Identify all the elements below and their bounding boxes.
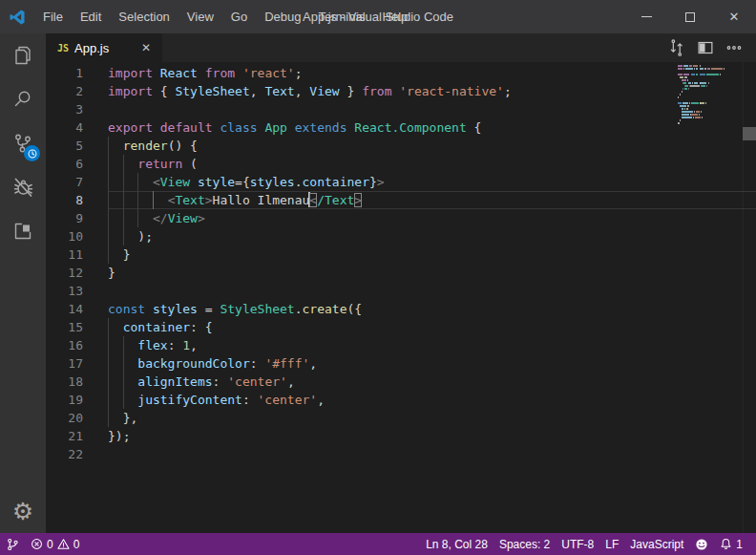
code-line-22[interactable]: 22: [46, 445, 756, 463]
minimap[interactable]: [678, 65, 741, 141]
line-number-9[interactable]: 9: [46, 209, 108, 227]
code-line-20[interactable]: 20 },: [46, 409, 756, 427]
code-line-11[interactable]: 11 }: [46, 245, 756, 264]
tab-appjs[interactable]: JS App.js ✕: [46, 33, 162, 62]
code-line-12[interactable]: 12}: [46, 264, 756, 282]
code-line-19[interactable]: 19 justifyContent: 'center',: [46, 391, 756, 409]
line-number-10[interactable]: 10: [46, 227, 108, 245]
tab-close-icon[interactable]: ✕: [137, 39, 155, 56]
code-line-17[interactable]: 17 backgroundColor: '#fff',: [46, 354, 756, 373]
cursor-position-item[interactable]: Ln 8, Col 28: [420, 533, 494, 555]
code-editor[interactable]: 1import React from 'react';2import { Sty…: [46, 62, 756, 533]
indent-guide: [108, 354, 109, 373]
minimap-line-segment: [684, 76, 687, 78]
line-number-4[interactable]: 4: [46, 118, 108, 137]
indent-guide: [123, 391, 124, 409]
errors-icon: [31, 538, 43, 550]
code-line-4[interactable]: 4export default class App extends React.…: [46, 118, 756, 137]
code-line-14[interactable]: 14const styles = StyleSheet.create({: [46, 300, 756, 318]
code-line-8[interactable]: 8 <Text>Hallo Ilmenau</Text>: [46, 191, 756, 209]
line-number-6[interactable]: 6: [46, 155, 108, 173]
code-line-15[interactable]: 15 container: {: [46, 318, 756, 336]
source-control-icon[interactable]: [0, 121, 46, 165]
code-line-3[interactable]: 3: [46, 100, 756, 118]
line-number-8[interactable]: 8: [46, 191, 108, 209]
minimap-line-segment: [685, 85, 688, 87]
feedback-smiley-icon[interactable]: [689, 533, 714, 555]
menu-go[interactable]: Go: [222, 0, 256, 33]
more-actions-icon[interactable]: [720, 33, 748, 62]
line-number-11[interactable]: 11: [46, 245, 108, 264]
encoding-item[interactable]: UTF-8: [556, 533, 599, 555]
minimap-line-segment: [678, 68, 682, 70]
code-line-18[interactable]: 18 alignItems: 'center',: [46, 373, 756, 391]
menu-view[interactable]: View: [178, 0, 222, 33]
minimap-line-segment: [693, 65, 698, 67]
minimap-line-segment: [680, 76, 683, 78]
line-number-7[interactable]: 7: [46, 173, 108, 191]
menu-file[interactable]: File: [34, 0, 72, 33]
split-editor-icon[interactable]: [691, 33, 720, 62]
line-number-12[interactable]: 12: [46, 264, 108, 282]
code-content-1: import React from 'react';: [108, 64, 756, 82]
open-changes-icon[interactable]: [662, 33, 691, 62]
menu-selection[interactable]: Selection: [110, 0, 178, 33]
line-number-1[interactable]: 1: [46, 64, 108, 82]
minimap-line-segment: [682, 108, 684, 110]
git-branch-item[interactable]: [0, 533, 25, 555]
line-number-15[interactable]: 15: [46, 318, 108, 336]
code-line-1[interactable]: 1import React from 'react';: [46, 64, 756, 82]
code-line-7[interactable]: 7 <View style={styles.container}>: [46, 173, 756, 191]
menu-edit[interactable]: Edit: [72, 0, 110, 33]
title-bar: FileEditSelectionViewGoDebugTerminalHelp…: [0, 0, 756, 33]
debug-icon[interactable]: [0, 165, 46, 209]
indent-guide: [123, 173, 124, 191]
line-number-21[interactable]: 21: [46, 427, 108, 445]
minimap-line-segment: [688, 88, 689, 90]
minimap-line-segment: [691, 114, 697, 116]
line-number-13[interactable]: 13: [46, 282, 108, 300]
minimap-line-segment: [700, 102, 704, 104]
code-line-13[interactable]: 13: [46, 282, 756, 300]
code-line-10[interactable]: 10 );: [46, 227, 756, 245]
gear-icon[interactable]: ⚙: [0, 489, 46, 533]
line-number-18[interactable]: 18: [46, 373, 108, 391]
code-content-14: const styles = StyleSheet.create({: [108, 300, 756, 318]
line-number-22[interactable]: 22: [46, 445, 108, 463]
extensions-icon[interactable]: [0, 209, 46, 253]
code-line-2[interactable]: 2import { StyleSheet, Text, View } from …: [46, 82, 756, 100]
explorer-icon[interactable]: [0, 33, 46, 77]
line-number-2[interactable]: 2: [46, 82, 108, 100]
eol-item[interactable]: LF: [599, 533, 624, 555]
minimap-line-segment: [688, 82, 692, 84]
code-line-5[interactable]: 5 render() {: [46, 137, 756, 155]
line-number-17[interactable]: 17: [46, 354, 108, 373]
maximize-button[interactable]: [668, 0, 712, 33]
close-button[interactable]: ✕: [712, 0, 756, 33]
line-number-20[interactable]: 20: [46, 409, 108, 427]
overview-ruler[interactable]: [743, 62, 756, 533]
indentation-item[interactable]: Spaces: 2: [494, 533, 556, 555]
language-mode-item[interactable]: JavaScript: [624, 533, 689, 555]
code-line-21[interactable]: 21});: [46, 427, 756, 445]
problems-item[interactable]: 0 0: [25, 533, 85, 555]
line-number-3[interactable]: 3: [46, 100, 108, 118]
search-icon[interactable]: [0, 77, 46, 121]
line-number-19[interactable]: 19: [46, 391, 108, 409]
notifications-bell-item[interactable]: 1: [714, 533, 748, 555]
status-bar: 0 0 Ln 8, Col 28 Spaces: 2 UTF-8 LF: [0, 533, 756, 555]
tab-bar: JS App.js ✕: [46, 33, 756, 62]
js-file-icon: JS: [57, 43, 69, 53]
code-line-16[interactable]: 16 flex: 1,: [46, 336, 756, 354]
line-number-16[interactable]: 16: [46, 336, 108, 354]
indent-guide: [108, 336, 109, 354]
code-line-9[interactable]: 9 </View>: [46, 209, 756, 227]
minimize-button[interactable]: [624, 0, 668, 33]
indent-guide: [108, 137, 109, 155]
code-content-10: );: [108, 227, 756, 245]
line-number-5[interactable]: 5: [46, 137, 108, 155]
code-content-15: container: {: [108, 318, 756, 336]
code-line-6[interactable]: 6 return (: [46, 155, 756, 173]
indent-guide: [108, 155, 109, 173]
line-number-14[interactable]: 14: [46, 300, 108, 318]
